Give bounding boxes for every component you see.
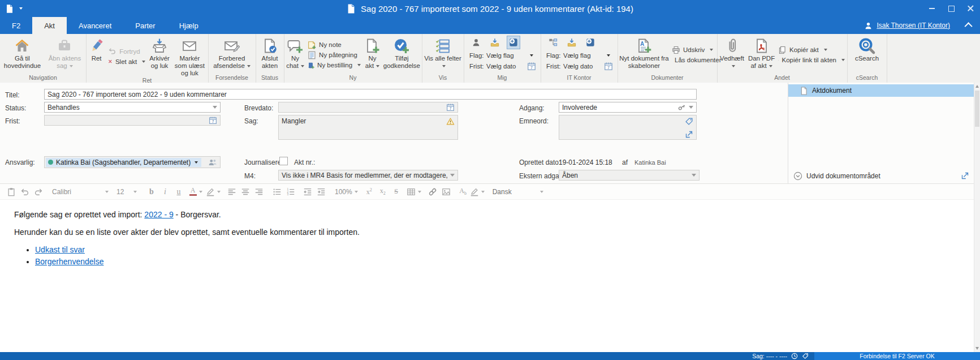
cleanup-icon[interactable] [584,36,597,49]
letter-date-input[interactable] [278,102,458,113]
people-picker-icon[interactable] [208,158,217,167]
numbered-list-button[interactable] [284,186,297,198]
external-access-dropdown[interactable]: Åben [559,170,700,181]
calendar-icon[interactable] [604,62,613,71]
quick-access-toolbar[interactable] [0,4,23,14]
chevron-down-icon[interactable] [19,7,23,10]
highlight-button[interactable] [206,186,221,198]
m4-dropdown[interactable]: Vis ikke i MR4 Basis for medlemmer, der … [278,170,458,181]
new-note-button[interactable]: Ny note [308,41,361,49]
attach-button[interactable]: Vedhæft [718,36,746,74]
font-size-select[interactable]: 12 [114,186,139,198]
create-pdf-of-record-button[interactable]: Dan PDF af akt [746,36,776,74]
scroll-up-arrow[interactable] [975,85,979,88]
tag-icon[interactable] [685,117,693,126]
insert-image-icon[interactable] [439,186,453,198]
document-list-item-aktdokument[interactable]: Aktdokument [788,84,975,97]
maximize-button[interactable] [942,0,961,17]
show-all-fields-button[interactable]: Vis alle felter [423,36,463,74]
title-input[interactable]: Sag 2020 - 767 importeret som 2022 - 9 u… [44,89,697,100]
print-button[interactable]: Udskriv [672,46,715,54]
calendar-icon[interactable] [446,103,455,112]
responsible-field[interactable]: Katinka Bai (Sagsbehandler, Departemente… [44,156,221,168]
chevron-down-icon[interactable] [607,54,610,57]
org-unit-icon[interactable] [546,36,560,49]
scrollbar-thumb[interactable] [975,91,979,127]
csearch-button[interactable]: cSearch [849,36,885,74]
tab-akt[interactable]: Akt [32,17,67,34]
case-link[interactable]: 2022 - 9 [144,210,173,219]
tab-parter[interactable]: Parter [123,17,167,34]
archive-tray-icon[interactable] [565,36,578,49]
align-right-button[interactable] [252,186,266,198]
italic-button[interactable]: i [158,186,172,198]
vertical-scrollbar[interactable] [974,83,980,352]
spellcheck-button[interactable]: Ab [456,186,470,198]
cleanup-icon[interactable] [507,36,520,49]
deadline-date-input[interactable] [44,115,221,126]
align-center-button[interactable] [239,186,252,198]
insert-link-icon[interactable] [426,186,439,198]
zoom-select[interactable]: 100% [333,186,360,198]
bullet-list-button[interactable] [270,186,284,198]
scroll-down-arrow[interactable] [975,347,979,350]
record-link-udkast[interactable]: Udkast til svar [35,245,85,254]
unit-flag-dropdown[interactable]: Vælg flag [563,52,591,59]
collapse-ribbon-icon[interactable] [965,22,973,30]
tab-hjaelp[interactable]: Hjælp [167,17,210,34]
chevron-down-icon[interactable] [530,54,533,57]
superscript-button[interactable]: x2 [362,186,376,198]
lock-documents-button[interactable]: Lås dokumenter [672,56,715,65]
copy-record-button[interactable]: Kopiér akt [778,46,845,54]
keywords-field[interactable] [559,115,697,140]
record-link-borgerhenvendelse[interactable]: Borgerhenvendelse [35,257,103,266]
tab-avanceret[interactable]: Avanceret [67,17,123,34]
access-dropdown[interactable]: Involverede [559,102,697,113]
person-icon[interactable] [469,36,483,49]
strikethrough-button[interactable]: S [390,186,403,198]
language-select[interactable]: Dansk [490,186,546,198]
prepare-dispatch-button[interactable]: Forbered afsendelse [209,36,254,74]
paste-icon[interactable] [5,186,18,198]
unit-deadline-dropdown[interactable]: Vælg dato [563,63,593,70]
archive-and-close-button[interactable]: Arkivér og luk [147,36,172,77]
expand-icon[interactable] [961,172,969,180]
minimize-button[interactable] [922,0,942,17]
undo-icon[interactable] [18,186,32,198]
copy-record-link-button[interactable]: Kopiér link til akten [778,56,845,65]
calendar-icon[interactable] [209,116,217,125]
new-request-button[interactable]: Ny bestilling [308,61,361,70]
my-flag-dropdown[interactable]: Vælg flag [486,52,514,59]
new-record-button[interactable]: Ny akt [362,36,382,74]
current-user-link[interactable]: Isak Thorsen (IT Kontor) [877,22,950,29]
new-annotation-button[interactable]: Ny påtegning [308,51,361,59]
review-pen-button[interactable] [470,186,485,198]
expand-document-area-toggle[interactable]: Udvid dokumentområdet [793,172,880,181]
calendar-icon[interactable] [527,62,536,71]
font-color-button[interactable]: A [189,186,202,198]
edit-button[interactable]: Ret [87,36,106,77]
tab-f2[interactable]: F2 [0,17,32,34]
add-approval-button[interactable]: Tilføj godkendelse [382,36,421,74]
close-button[interactable] [961,0,980,17]
font-family-select[interactable]: Calibri [50,186,111,198]
table-button[interactable] [407,186,421,198]
underline-button[interactable]: u [172,186,185,198]
my-deadline-dropdown[interactable]: Vælg dato [486,63,516,70]
case-field[interactable]: Mangler [278,115,458,140]
redo-icon[interactable] [32,186,45,198]
close-record-button[interactable]: Afslut akten [256,36,283,74]
bold-button[interactable]: b [145,186,158,198]
decrease-indent-button[interactable] [301,186,314,198]
status-dropdown[interactable]: Behandles [44,102,221,113]
expand-icon[interactable] [685,130,693,139]
responsible-person-chip[interactable]: Katinka Bai (Sagsbehandler, Departemente… [46,158,201,167]
go-to-main-window-button[interactable]: Gå til hovedvindue [1,36,44,74]
subscript-button[interactable]: x2 [376,186,390,198]
mark-unread-and-close-button[interactable]: Markér som ulæst og luk [172,36,208,77]
new-chat-button[interactable]: Ny chat [284,36,306,74]
new-document-from-templates-button[interactable]: Nyt dokument fra skabeloner [618,36,670,74]
journalized-checkbox[interactable] [279,157,288,165]
increase-indent-button[interactable] [314,186,328,198]
align-left-button[interactable] [225,186,239,198]
